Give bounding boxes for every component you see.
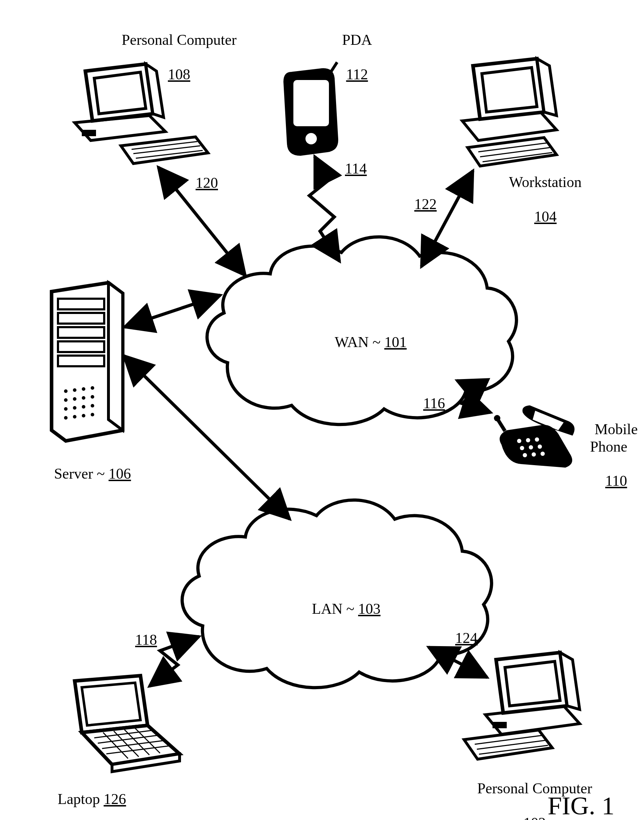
laptop-126-icon bbox=[75, 676, 179, 772]
svg-point-25 bbox=[90, 404, 94, 408]
server-name: Server ~ bbox=[54, 466, 109, 482]
svg-point-19 bbox=[73, 397, 77, 401]
server-106-label: Server ~ 106 bbox=[39, 448, 131, 500]
svg-point-34 bbox=[529, 445, 533, 449]
svg-point-33 bbox=[520, 446, 524, 450]
pc-102-ref: 102 bbox=[523, 815, 546, 820]
svg-point-40 bbox=[494, 415, 500, 421]
svg-point-31 bbox=[526, 438, 530, 442]
svg-point-21 bbox=[90, 395, 94, 399]
workstation-ref: 104 bbox=[534, 208, 557, 225]
svg-layer bbox=[0, 0, 644, 820]
svg-point-29 bbox=[90, 413, 94, 416]
svg-point-30 bbox=[517, 439, 521, 443]
svg-rect-49 bbox=[492, 722, 507, 728]
svg-point-35 bbox=[538, 444, 542, 449]
svg-rect-11 bbox=[58, 327, 104, 338]
pc-102-icon bbox=[464, 653, 580, 759]
mobile-110-label: Mobile Phone 110 bbox=[580, 404, 638, 507]
figure-caption: FIG. 1 bbox=[547, 791, 615, 820]
lan-ref: 103 bbox=[358, 601, 380, 617]
svg-rect-9 bbox=[58, 299, 104, 310]
edge-120-ref: 120 bbox=[196, 174, 218, 191]
svg-point-24 bbox=[82, 405, 85, 409]
diagram-canvas: Personal Computer 108 PDA 112 Workstatio… bbox=[0, 0, 644, 820]
mobile-phone-110-icon bbox=[494, 405, 575, 467]
edge-122-ref: 122 bbox=[414, 196, 437, 213]
mobile-ref: 110 bbox=[605, 473, 627, 489]
pc-108-name: Personal Computer bbox=[122, 32, 236, 48]
svg-line-39 bbox=[498, 420, 505, 431]
svg-point-16 bbox=[82, 387, 85, 391]
svg-point-17 bbox=[90, 386, 94, 390]
workstation-104-icon bbox=[462, 59, 557, 166]
svg-point-14 bbox=[64, 389, 67, 393]
pda-112-name: PDA bbox=[342, 32, 372, 48]
edge-114-ref: 114 bbox=[345, 160, 366, 177]
laptop-name: Laptop bbox=[58, 791, 103, 807]
edge-116-ref: 116 bbox=[423, 395, 445, 412]
pc-108-ref: 108 bbox=[168, 66, 190, 83]
laptop-126-label: Laptop 126 bbox=[43, 773, 126, 820]
wan-label: WAN ~ 101 bbox=[320, 316, 407, 368]
svg-point-5 bbox=[305, 133, 317, 144]
edge-server-wan-line bbox=[124, 295, 221, 327]
svg-point-20 bbox=[82, 396, 85, 400]
pda-112-label: PDA 112 bbox=[327, 14, 372, 100]
svg-point-18 bbox=[64, 398, 67, 402]
pda-112-ref: 112 bbox=[346, 66, 368, 83]
svg-point-15 bbox=[73, 388, 77, 392]
lan-label: LAN ~ 103 bbox=[297, 583, 380, 635]
pc-108-label: Personal Computer 108 bbox=[107, 14, 236, 100]
svg-point-28 bbox=[82, 414, 85, 417]
svg-point-26 bbox=[64, 416, 67, 420]
svg-rect-10 bbox=[58, 313, 104, 323]
svg-point-36 bbox=[523, 453, 527, 457]
mobile-name: Mobile Phone bbox=[590, 421, 638, 454]
svg-rect-4 bbox=[293, 80, 329, 126]
svg-point-38 bbox=[541, 452, 545, 456]
wan-name: WAN ~ bbox=[334, 334, 384, 350]
workstation-104-label: Workstation 104 bbox=[494, 156, 582, 242]
svg-point-22 bbox=[64, 407, 67, 411]
svg-point-32 bbox=[535, 437, 539, 441]
server-106-icon bbox=[52, 283, 123, 441]
svg-rect-12 bbox=[58, 341, 104, 352]
svg-rect-0 bbox=[82, 130, 96, 136]
edge-124-ref: 124 bbox=[455, 629, 478, 647]
svg-point-27 bbox=[73, 415, 77, 418]
svg-point-23 bbox=[73, 406, 77, 410]
workstation-name: Workstation bbox=[509, 174, 581, 190]
server-ref: 106 bbox=[109, 466, 131, 482]
edge-118-ref: 118 bbox=[135, 631, 157, 648]
laptop-ref: 126 bbox=[103, 791, 126, 807]
svg-point-37 bbox=[532, 452, 536, 457]
wan-ref: 101 bbox=[385, 334, 407, 350]
svg-rect-13 bbox=[58, 356, 104, 366]
lan-name: LAN ~ bbox=[312, 601, 358, 617]
